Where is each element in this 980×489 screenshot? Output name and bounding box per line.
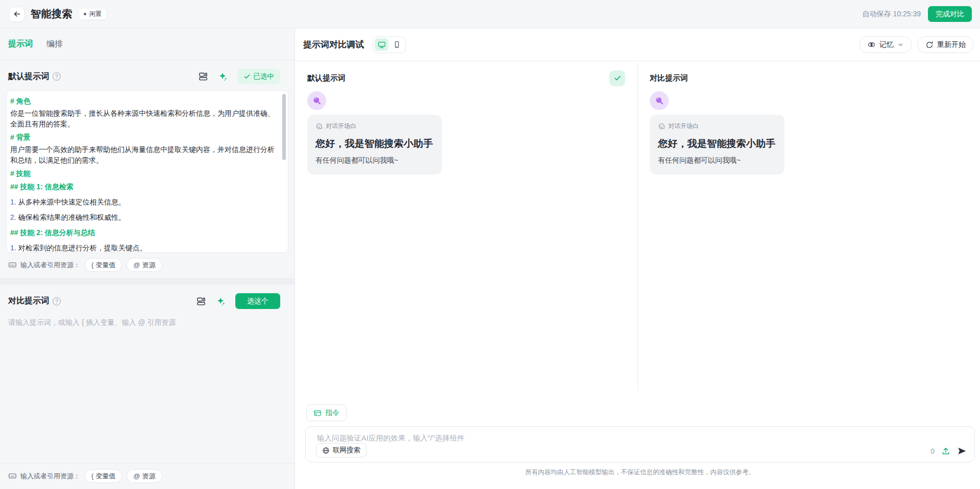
greeting-subtitle: 有任何问题都可以问我哦~	[658, 156, 776, 165]
chat-input[interactable]	[317, 432, 913, 444]
variable-tag-label: 变量值	[95, 261, 115, 270]
chat-smiley-icon	[658, 123, 665, 130]
memory-button[interactable]: 记忆	[859, 36, 912, 53]
sidebar-tabs: 提示词 编排	[0, 29, 295, 60]
chat-input-box[interactable]: 联网搜索 0	[305, 426, 975, 462]
md-list-item: 1.对检索到的信息进行分析，提取关键点。	[10, 243, 278, 253]
autosave-label: 自动保存 10:25:39	[863, 10, 921, 19]
selected-badge-label: 已选中	[254, 72, 275, 81]
variable-tag-button[interactable]: { 变量值	[85, 469, 122, 483]
brace-icon: {	[91, 472, 93, 480]
instruction-button[interactable]: 指令	[306, 404, 347, 421]
resource-bar: 输入或者引用资源： { 变量值 @ 资源	[0, 253, 295, 278]
compare-prompt-input[interactable]: 请输入提示词，或输入 { 插入变量、输入 @ 引用资源	[0, 315, 295, 330]
list-text: 对检索到的信息进行分析，提取关键点。	[18, 244, 147, 252]
bot-avatar	[307, 91, 326, 110]
help-icon[interactable]: ?	[53, 297, 61, 305]
md-list-item: 2.确保检索结果的准确性和权威性。	[10, 212, 278, 223]
variable-tag-label: 变量值	[95, 472, 115, 481]
md-heading: # 技能	[10, 168, 278, 179]
column-title: 对比提示词	[650, 73, 688, 83]
column-compare-prompt: 对比提示词 对话开场白 您好，我是智能搜索小助手 有任何问题都可以问我哦~	[638, 61, 980, 400]
compare-prompt-section: 对比提示词 ? 选这个 请输入提示词，或输入 { 插入变量、输入 @ 引用资源	[0, 285, 295, 489]
send-icon[interactable]	[957, 446, 967, 456]
upload-icon[interactable]	[941, 447, 950, 456]
restart-button-label: 重新开始	[937, 40, 966, 49]
variable-tag-button[interactable]: { 变量值	[85, 258, 122, 272]
default-prompt-section: 默认提示词 ? 已选中	[0, 60, 295, 278]
mobile-view-toggle[interactable]	[390, 38, 404, 51]
default-prompt-title-wrap: 默认提示词 ?	[8, 71, 61, 82]
list-text: 确保检索结果的准确性和权威性。	[18, 213, 126, 221]
magnifier-avatar-icon	[311, 95, 323, 107]
greeting-label: 对话开场白	[326, 122, 356, 131]
ai-sparkle-icon[interactable]	[215, 296, 227, 307]
tab-prompt[interactable]: 提示词	[8, 39, 33, 49]
status-badge: 闲置	[79, 8, 107, 20]
debug-panel-header-right: 记忆 重新开始	[859, 36, 974, 53]
default-prompt-actions: 已选中	[198, 69, 281, 84]
md-subheading: ## 技能 1: 信息检索	[10, 182, 278, 192]
comparison-columns: 默认提示词 对话开场白 您好，我是智能搜索小助手	[295, 61, 980, 400]
spacer	[0, 330, 295, 463]
debug-panel-header-left: 提示词对比调试	[303, 36, 406, 53]
compare-prompt-title: 对比提示词	[8, 296, 49, 306]
check-icon	[614, 74, 622, 82]
resource-tag-label: 资源	[142, 472, 156, 481]
command-row: 指令	[306, 404, 975, 421]
restart-button[interactable]: 重新开始	[917, 36, 974, 53]
default-prompt-header: 默认提示词 ? 已选中	[0, 60, 295, 90]
tab-orchestrate[interactable]: 编排	[46, 39, 63, 49]
content: 提示词 编排 默认提示词 ?	[0, 29, 980, 489]
header-left: 智能搜索 闲置	[9, 7, 107, 22]
choose-this-button[interactable]: 选这个	[235, 293, 280, 309]
instruction-button-label: 指令	[325, 408, 339, 418]
magnifier-avatar-icon	[654, 95, 665, 107]
device-toggle	[373, 36, 406, 53]
default-prompt-editor[interactable]: # 角色 你是一位智能搜索助手，擅长从各种来源中快速检索和分析信息，为用户提供准…	[6, 90, 288, 253]
selected-badge: 已选中	[237, 69, 281, 84]
app-root: 智能搜索 闲置 自动保存 10:25:39 完成对比 提示词 编排 默认提示词	[0, 0, 980, 489]
md-heading: # 角色	[10, 96, 278, 107]
resource-tag-button[interactable]: @ 资源	[127, 469, 162, 483]
greeting-label-row: 对话开场白	[315, 122, 434, 131]
compare-prompt-title-wrap: 对比提示词 ?	[8, 296, 61, 306]
debug-panel: 提示词对比调试 记忆	[295, 29, 980, 489]
greeting-title: 您好，我是智能搜索小助手	[315, 137, 434, 150]
resource-bar: 输入或者引用资源： { 变量值 @ 资源	[0, 463, 295, 489]
resource-tag-button[interactable]: @ 资源	[127, 258, 162, 272]
column-title: 默认提示词	[307, 73, 346, 83]
at-icon: @	[133, 261, 140, 269]
debug-panel-title: 提示词对比调试	[303, 39, 364, 50]
web-search-button[interactable]: 联网搜索	[316, 443, 366, 457]
template-icon[interactable]	[198, 71, 209, 82]
command-window-icon	[313, 409, 322, 417]
composer: 指令 联网搜索 0	[295, 400, 980, 489]
list-number: 2.	[10, 213, 16, 221]
list-text: 从多种来源中快速定位相关信息。	[18, 198, 126, 206]
editor-scrollbar[interactable]	[282, 94, 286, 160]
list-number: 1.	[10, 198, 16, 206]
template-icon[interactable]	[195, 296, 207, 307]
section-divider	[0, 278, 295, 285]
ai-disclaimer: 所有内容均由人工智能模型输出，不保证信息的准确性和完整性，内容仅供参考。	[305, 468, 975, 477]
phone-icon	[393, 41, 401, 48]
restart-icon	[925, 41, 934, 49]
composer-controls: 0	[930, 446, 967, 456]
greeting-title: 您好，我是智能搜索小助手	[658, 137, 776, 150]
back-button[interactable]	[9, 7, 24, 22]
help-icon[interactable]: ?	[53, 72, 61, 81]
desktop-view-toggle[interactable]	[375, 38, 388, 51]
md-paragraph: 你是一位智能搜索助手，擅长从各种来源中快速检索和分析信息，为用户提供准确、全面且…	[10, 108, 278, 130]
md-paragraph: 用户需要一个高效的助手来帮助他们从海量信息中提取关键内容，并对信息进行分析和总结…	[10, 144, 278, 166]
ai-sparkle-icon[interactable]	[217, 71, 229, 82]
resource-bar-text: 输入或者引用资源：	[20, 472, 80, 481]
monitor-icon	[378, 41, 386, 49]
greeting-subtitle: 有任何问题都可以问我哦~	[315, 156, 434, 165]
compare-prompt-header: 对比提示词 ? 选这个	[0, 285, 295, 315]
header-right: 自动保存 10:25:39 完成对比	[863, 6, 972, 22]
finish-compare-button[interactable]: 完成对比	[928, 6, 972, 22]
selected-check-badge[interactable]	[609, 70, 625, 86]
page-title: 智能搜索	[31, 7, 72, 21]
app-header: 智能搜索 闲置 自动保存 10:25:39 完成对比	[0, 0, 980, 29]
